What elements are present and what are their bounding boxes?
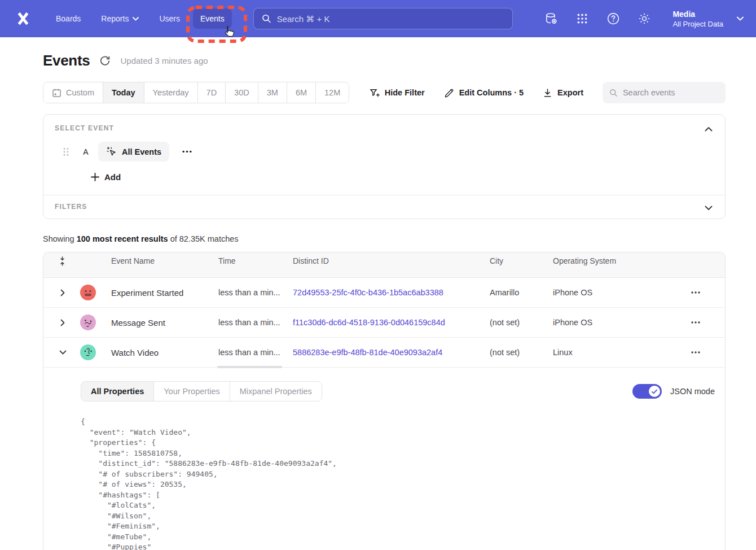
date-option-label: 12M [324, 88, 340, 97]
column-header-event-name: Event Name [111, 256, 218, 265]
time-cell: less than a min... [218, 288, 293, 297]
date-option-label: Yesterday [153, 88, 189, 97]
event-json-view: { "event": "Watch Video", "properties": … [81, 417, 715, 550]
funnel-plus-icon [369, 88, 380, 98]
row-actions-button[interactable] [689, 346, 702, 359]
add-label: Add [104, 172, 121, 182]
query-builder-panel: SELECT EVENT A All Event [43, 114, 726, 219]
date-option-label: 3M [267, 88, 278, 97]
clause-letter: A [82, 147, 90, 156]
hide-filter-label: Hide Filter [385, 88, 425, 97]
summary-prefix: Showing [43, 234, 77, 243]
expand-filters-button[interactable] [702, 202, 715, 214]
pencil-icon [444, 88, 454, 98]
tab-your-properties[interactable]: Your Properties [154, 382, 230, 401]
json-mode-toggle[interactable] [632, 384, 662, 399]
nav-item-events[interactable]: Events [193, 8, 232, 29]
date-option-label: 6M [296, 88, 307, 97]
nav-events-wrapper: Events [193, 8, 232, 29]
chevron-down-icon [133, 17, 139, 21]
collapse-section-button[interactable] [702, 123, 715, 135]
filters-heading: FILTERS [55, 203, 714, 211]
page-title: Events [43, 52, 90, 69]
event-more-options-button[interactable] [181, 146, 193, 158]
time-cell: less than a min... [218, 348, 293, 357]
table-row-expanded[interactable]: Watch Video less than a min... 5886283e-… [43, 338, 725, 368]
search-events-input[interactable] [623, 88, 719, 97]
primary-nav: Boards Reports Users Events [49, 8, 232, 29]
nav-label-reports: Reports [101, 14, 129, 23]
nav-label-users: Users [159, 14, 180, 23]
export-button[interactable]: Export [543, 88, 583, 98]
tab-label: Mixpanel Properties [240, 387, 312, 396]
nav-label-boards: Boards [56, 14, 81, 23]
plus-icon [91, 173, 99, 181]
expand-row-button[interactable] [58, 288, 67, 297]
search-icon [609, 88, 618, 98]
city-cell: (not set) [490, 318, 553, 327]
apps-grid-icon[interactable] [575, 11, 590, 26]
edit-columns-button[interactable]: Edit Columns · 5 [444, 88, 524, 98]
date-option-label: 7D [206, 88, 217, 97]
tab-label: Your Properties [164, 387, 219, 396]
data-management-icon[interactable] [544, 11, 559, 26]
date-option-12m[interactable]: 12M [316, 82, 349, 103]
expand-row-button[interactable] [58, 318, 67, 327]
collapse-row-button[interactable] [58, 348, 67, 357]
avatar [80, 344, 96, 360]
os-cell: iPhone OS [553, 288, 651, 297]
event-selector-pill[interactable]: All Events [98, 142, 169, 161]
detail-toolbar: All Properties Your Properties Mixpanel … [81, 381, 715, 401]
nav-item-boards[interactable]: Boards [49, 8, 88, 29]
avatar-face [80, 315, 96, 330]
table-row[interactable]: Message Sent less than a min... f11c30d6… [43, 308, 725, 338]
global-search-input[interactable] [277, 14, 504, 24]
select-event-heading: SELECT EVENT [55, 124, 714, 132]
tab-all-properties[interactable]: All Properties [81, 382, 154, 401]
title-row: Events Updated 3 minutes ago [43, 52, 726, 69]
download-icon [543, 88, 552, 98]
add-event-button[interactable]: Add [91, 172, 121, 182]
distinct-id-link[interactable]: 5886283e-e9fb-48fb-81de-40e9093a2af4 [293, 348, 490, 357]
os-cell: iPhone OS [553, 318, 651, 327]
horizontal-scrollbar-thumb[interactable] [217, 366, 282, 368]
row-actions-button[interactable] [689, 286, 702, 299]
collapse-all-rows-icon[interactable] [43, 256, 66, 266]
events-page: Events Updated 3 minutes ago Custom Toda… [0, 37, 756, 550]
edit-columns-label: Edit Columns · 5 [459, 88, 524, 97]
controls-row: Custom Today Yesterday 7D 30D 3M 6M 12M … [43, 82, 726, 103]
search-events-box [603, 82, 726, 103]
nav-label-events: Events [200, 14, 225, 23]
project-switcher[interactable]: Media All Project Data [673, 10, 744, 28]
drag-handle[interactable] [63, 147, 69, 156]
table-row[interactable]: Experiment Started less than a min... 72… [43, 278, 725, 308]
tab-mixpanel-properties[interactable]: Mixpanel Properties [230, 382, 322, 401]
help-icon[interactable] [606, 11, 621, 26]
date-option-3m[interactable]: 3M [258, 82, 287, 103]
mixpanel-logo[interactable] [14, 9, 33, 28]
results-summary: Showing 100 most recent results of 82.35… [43, 234, 726, 243]
tab-label: All Properties [91, 387, 144, 396]
date-option-today[interactable]: Today [103, 82, 144, 103]
nav-item-users[interactable]: Users [152, 8, 187, 29]
ellipsis-icon [182, 150, 192, 153]
date-option-custom[interactable]: Custom [43, 82, 103, 103]
distinct-id-link[interactable]: 72d49553-25fc-4f0c-b436-1b5ac6ab3388 [293, 288, 490, 297]
search-icon [262, 14, 271, 24]
date-option-yesterday[interactable]: Yesterday [144, 82, 198, 103]
column-header-distinct-id: Distinct ID [293, 256, 490, 265]
date-option-7d[interactable]: 7D [198, 82, 226, 103]
row-actions-button[interactable] [689, 316, 702, 329]
hide-filter-button[interactable]: Hide Filter [369, 88, 425, 98]
date-option-6m[interactable]: 6M [287, 82, 316, 103]
settings-gear-icon[interactable] [637, 11, 652, 26]
navbar-right-group: Media All Project Data [544, 10, 744, 28]
select-event-section: SELECT EVENT A All Event [43, 115, 725, 195]
nav-item-reports[interactable]: Reports [94, 8, 146, 29]
check-icon [651, 389, 658, 395]
column-header-time: Time [218, 256, 293, 265]
date-option-30d[interactable]: 30D [226, 82, 258, 103]
distinct-id-link[interactable]: f11c30d6-dc6d-4518-9136-0d046159c84d [293, 318, 490, 327]
refresh-icon[interactable] [99, 55, 111, 67]
date-option-label: Custom [66, 88, 94, 97]
